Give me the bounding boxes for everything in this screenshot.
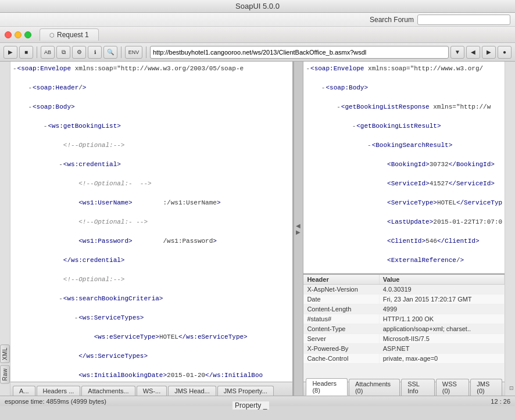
response-time: esponse time: 4859ms (4999 bytes) [5, 398, 106, 405]
search-button[interactable]: 🔍 [103, 46, 117, 59]
panels-container: -<soap:Envelope xmlns:soap="http://www.w… [10, 62, 515, 396]
table-cell: ASP.NET [379, 344, 504, 354]
left-tab-attachments---[interactable]: Attachments... [81, 386, 135, 396]
tab-icon: ⬡ [49, 32, 55, 38]
header-col: Value [379, 275, 504, 285]
close-button[interactable] [5, 31, 12, 38]
window-bar: ⬡ Request 1 [0, 27, 515, 43]
separator2 [121, 46, 121, 58]
response-xml[interactable]: -<soap:Envelope xmlns:soap="http://www.w… [303, 62, 505, 274]
table-cell: Content-Length [303, 304, 379, 314]
format-button[interactable]: AB [41, 46, 55, 59]
left-tab-headers----[interactable]: Headers ... [37, 386, 81, 396]
title-bar: SoapUI 5.0.0 [0, 0, 515, 13]
left-tab-jms-head---[interactable]: JMS Head... [168, 386, 216, 396]
right-tab-ssl-info[interactable]: SSL Info [401, 379, 435, 396]
right-side-tabs: ⊡ [505, 62, 515, 396]
separator [37, 46, 37, 58]
traffic-lights [5, 31, 31, 38]
maximize-button[interactable] [24, 31, 31, 38]
info-button[interactable]: ℹ [88, 46, 102, 59]
table-row: #status#HTTP/1.1 200 OK [303, 314, 504, 324]
table-cell: Server [303, 334, 379, 344]
table-cell: Fri, 23 Jan 2015 17:20:17 GMT [379, 295, 504, 304]
toolbar: ▶ ■ AB ⧉ ⚙ ℹ 🔍 ENV ▼ ◀ ▶ ● [0, 43, 515, 62]
table-row: X-AspNet-Version4.0.30319 [303, 285, 504, 295]
table-row: Content-Length4999 [303, 304, 504, 314]
table-cell: Content-Type [303, 324, 379, 334]
response-panel: -<soap:Envelope xmlns:soap="http://www.w… [303, 62, 505, 396]
table-row: DateFri, 23 Jan 2015 17:20:17 GMT [303, 295, 504, 304]
headers-table: HeaderValueX-AspNet-Version4.0.30319Date… [303, 275, 505, 364]
table-row: X-Powered-ByASP.NET [303, 344, 504, 354]
request-panel: -<soap:Envelope xmlns:soap="http://www.w… [10, 62, 294, 396]
left-tab-ws----[interactable]: WS-... [137, 386, 167, 396]
property-text: Property _ [233, 401, 269, 410]
right-bottom-tabs: Headers (8)Attachments (0)SSL InfoWSS (0… [303, 382, 505, 396]
table-cell: Date [303, 295, 379, 304]
table-cell: Microsoft-IIS/7.5 [379, 334, 504, 344]
lower-section: HeaderValueX-AspNet-Version4.0.30319Date… [303, 274, 505, 396]
table-cell: X-AspNet-Version [303, 285, 379, 295]
resize-icon[interactable]: ⊡ [509, 385, 514, 391]
stop-button[interactable]: ■ [19, 46, 33, 59]
right-tab-attachments--0-[interactable]: Attachments (0) [349, 379, 400, 396]
app-title: SoapUI 5.0.0 [235, 2, 280, 10]
url-dropdown[interactable]: ▼ [450, 46, 464, 59]
left-tab-jms-property---[interactable]: JMS Property... [217, 386, 274, 396]
copy-button[interactable]: ⧉ [56, 46, 70, 59]
menu-bar: Search Forum [0, 13, 515, 27]
table-cell: X-Powered-By [303, 344, 379, 354]
table-cell: Cache-Control [303, 354, 379, 364]
table-cell: private, max-age=0 [379, 354, 504, 364]
table-row: ServerMicrosoft-IIS/7.5 [303, 334, 504, 344]
time-display: 12 : 26 [491, 398, 510, 405]
tab-title: Request 1 [57, 31, 89, 39]
right-tab-wss--0-[interactable]: WSS (0) [436, 379, 469, 396]
header-col: Header [303, 275, 379, 285]
nav-back[interactable]: ◀ [466, 46, 480, 59]
left-xml-tab[interactable]: XML [0, 344, 10, 363]
request-tab[interactable]: ⬡ Request 1 [40, 28, 99, 41]
table-cell: #status# [303, 314, 379, 324]
panel-splitter[interactable]: ◀ ▶ [294, 62, 304, 396]
nav-forward[interactable]: ▶ [482, 46, 496, 59]
settings-button[interactable]: ⚙ [72, 46, 86, 59]
table-cell: application/soap+xml; charset.. [379, 324, 504, 334]
left-side-tabs: XML Raw [0, 62, 10, 396]
left-raw-tab[interactable]: Raw [0, 365, 10, 384]
right-tab-jms--0-[interactable]: JMS (0) [470, 379, 502, 396]
play-button[interactable]: ▶ [3, 46, 17, 59]
more-button[interactable]: ● [498, 46, 512, 59]
search-label: Search Forum [370, 16, 414, 24]
env-button[interactable]: ENV [125, 46, 142, 59]
table-row: Content-Typeapplication/soap+xml; charse… [303, 324, 504, 334]
search-input[interactable] [417, 15, 510, 25]
table-cell: 4.0.30319 [379, 285, 504, 295]
table-cell: HTTP/1.1 200 OK [379, 314, 504, 324]
left-tab-a---[interactable]: A... [13, 386, 35, 396]
separator3 [146, 46, 146, 58]
table-cell: 4999 [379, 304, 504, 314]
url-input[interactable] [150, 46, 449, 59]
request-xml[interactable]: -<soap:Envelope xmlns:soap="http://www.w… [10, 62, 292, 382]
table-row: Cache-Controlprivate, max-age=0 [303, 354, 504, 364]
left-bottom-tabs: A...Headers ...Attachments...WS-...JMS H… [10, 382, 292, 396]
minimize-button[interactable] [15, 31, 22, 38]
main-area: XML Raw -<soap:Envelope xmlns:soap="http… [0, 62, 515, 396]
headers-table-container: HeaderValueX-AspNet-Version4.0.30319Date… [303, 275, 505, 382]
right-tab-headers--8-[interactable]: Headers (8) [306, 378, 348, 396]
